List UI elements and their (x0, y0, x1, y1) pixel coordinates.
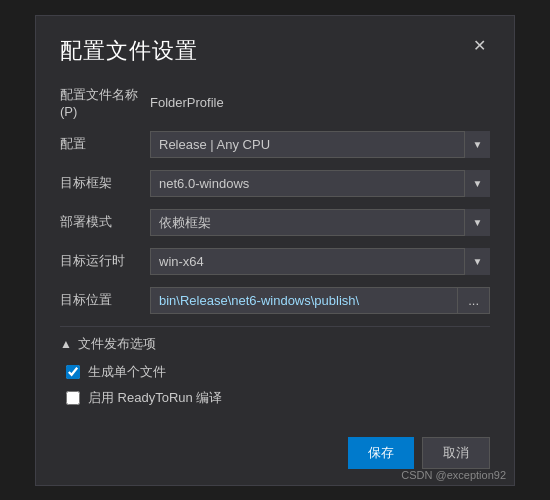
cancel-button[interactable]: 取消 (422, 437, 490, 469)
ready-to-run-row: 启用 ReadyToRun 编译 (60, 389, 490, 407)
location-input-wrap: ... (150, 287, 490, 314)
section-divider (60, 326, 490, 327)
deploy-select[interactable]: 依赖框架 自包含 单文件 (150, 209, 490, 236)
close-button[interactable]: ✕ (469, 38, 490, 54)
browse-button[interactable]: ... (457, 287, 490, 314)
location-row: 目标位置 ... (60, 287, 490, 314)
profile-name-row: 配置文件名称(P) FolderProfile (60, 86, 490, 119)
watermark: CSDN @exception92 (401, 469, 506, 481)
runtime-row: 目标运行时 win-x64 win-x86 win-arm64 ▼ (60, 248, 490, 275)
framework-row: 目标框架 net6.0-windows net5.0-windows ▼ (60, 170, 490, 197)
file-publish-section-header[interactable]: ▲ 文件发布选项 (60, 335, 490, 353)
config-label: 配置 (60, 135, 150, 153)
ready-to-run-label: 启用 ReadyToRun 编译 (88, 389, 222, 407)
runtime-select[interactable]: win-x64 win-x86 win-arm64 (150, 248, 490, 275)
section-chevron-icon: ▲ (60, 337, 72, 351)
ready-to-run-checkbox[interactable] (66, 391, 80, 405)
single-file-row: 生成单个文件 (60, 363, 490, 381)
dialog-title: 配置文件设置 (60, 36, 198, 66)
runtime-label: 目标运行时 (60, 252, 150, 270)
location-label: 目标位置 (60, 291, 150, 309)
config-row: 配置 Release | Any CPU Debug | Any CPU ▼ (60, 131, 490, 158)
deploy-label: 部署模式 (60, 213, 150, 231)
profile-name-label: 配置文件名称(P) (60, 86, 150, 119)
framework-select-wrap: net6.0-windows net5.0-windows ▼ (150, 170, 490, 197)
single-file-checkbox[interactable] (66, 365, 80, 379)
single-file-label: 生成单个文件 (88, 363, 166, 381)
runtime-select-wrap: win-x64 win-x86 win-arm64 ▼ (150, 248, 490, 275)
settings-dialog: 配置文件设置 ✕ 配置文件名称(P) FolderProfile 配置 Rele… (35, 15, 515, 486)
save-button[interactable]: 保存 (348, 437, 414, 469)
framework-label: 目标框架 (60, 174, 150, 192)
deploy-row: 部署模式 依赖框架 自包含 单文件 ▼ (60, 209, 490, 236)
section-title: 文件发布选项 (78, 335, 156, 353)
deploy-select-wrap: 依赖框架 自包含 单文件 ▼ (150, 209, 490, 236)
framework-select[interactable]: net6.0-windows net5.0-windows (150, 170, 490, 197)
title-bar: 配置文件设置 ✕ (60, 36, 490, 66)
config-select-wrap: Release | Any CPU Debug | Any CPU ▼ (150, 131, 490, 158)
location-input[interactable] (150, 287, 457, 314)
profile-name-value: FolderProfile (150, 95, 224, 110)
config-select[interactable]: Release | Any CPU Debug | Any CPU (150, 131, 490, 158)
dialog-footer: 保存 取消 (60, 427, 490, 469)
